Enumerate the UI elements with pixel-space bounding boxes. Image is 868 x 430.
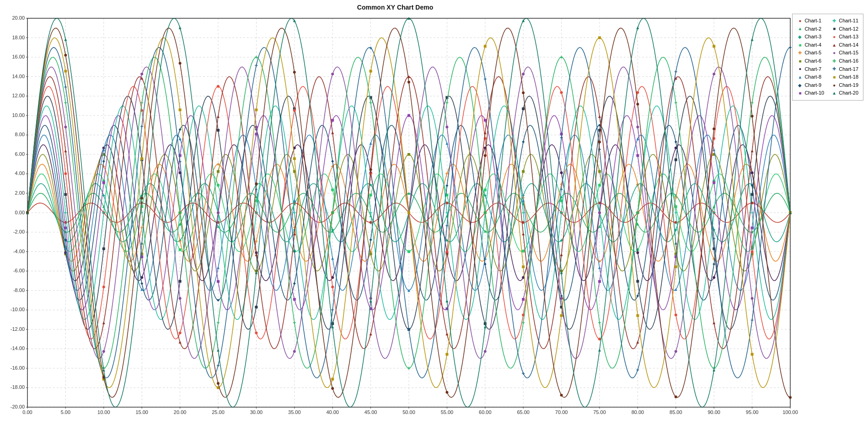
legend-item: ◆Chart-9: [797, 81, 824, 90]
legend-label: Chart-7: [804, 65, 821, 74]
legend-grid: ●Chart-1▲Chart-2◆Chart-3■Chart-4✚Chart-5…: [797, 17, 858, 97]
legend-marker: ▲: [797, 74, 803, 80]
chart-container: ●Chart-1▲Chart-2◆Chart-3■Chart-4✚Chart-5…: [0, 0, 868, 430]
legend-label: Chart-19: [839, 81, 858, 90]
legend-item: ✚Chart-11: [831, 17, 858, 25]
legend-label: Chart-6: [804, 57, 821, 65]
legend-marker: ●: [831, 34, 837, 40]
legend-marker: ●: [831, 50, 837, 56]
legend-item: ●Chart-7: [797, 65, 824, 74]
legend-marker: ■: [797, 58, 803, 64]
legend-label: Chart-5: [804, 49, 821, 57]
legend-item: ■Chart-6: [797, 57, 824, 65]
legend-marker: ✚: [831, 58, 837, 64]
legend-label: Chart-16: [839, 57, 858, 65]
legend-item: ▲Chart-2: [797, 25, 824, 33]
legend-label: Chart-8: [804, 73, 821, 81]
legend-item: ✚Chart-5: [797, 49, 824, 57]
legend-marker: ▲: [797, 26, 803, 32]
legend-label: Chart-9: [804, 81, 821, 90]
legend-label: Chart-13: [839, 33, 858, 41]
legend-col2: ✚Chart-11■Chart-12●Chart-13▲Chart-14●Cha…: [831, 17, 858, 97]
legend-item: ✚Chart-16: [831, 57, 858, 65]
legend-marker: ✚: [831, 66, 837, 72]
legend-marker: ▲: [831, 90, 837, 96]
legend-marker: ■: [797, 90, 803, 96]
legend-item: ■Chart-18: [831, 73, 858, 81]
legend-marker: ▲: [831, 42, 837, 48]
legend-marker: ◆: [797, 34, 803, 40]
legend-item: ■Chart-4: [797, 41, 824, 49]
legend-label: Chart-4: [804, 41, 821, 49]
legend-marker: ■: [797, 42, 803, 48]
legend-label: Chart-10: [804, 89, 824, 97]
legend-marker: ●: [797, 66, 803, 72]
chart-legend: ●Chart-1▲Chart-2◆Chart-3■Chart-4✚Chart-5…: [792, 14, 863, 101]
legend-item: ■Chart-10: [797, 89, 824, 97]
legend-marker: ●: [797, 18, 803, 24]
legend-item: ■Chart-12: [831, 25, 858, 33]
legend-item: ●Chart-19: [831, 81, 858, 90]
legend-item: ◆Chart-3: [797, 33, 824, 41]
legend-label: Chart-15: [839, 49, 858, 57]
legend-marker: ✚: [831, 18, 837, 24]
legend-marker: ●: [831, 83, 837, 88]
legend-marker: ■: [831, 74, 837, 80]
legend-item: ▲Chart-14: [831, 41, 858, 49]
legend-label: Chart-2: [804, 25, 821, 33]
legend-marker: ✚: [797, 50, 803, 56]
legend-label: Chart-11: [839, 17, 858, 25]
legend-label: Chart-20: [839, 89, 858, 97]
legend-label: Chart-1: [804, 17, 821, 25]
legend-label: Chart-3: [804, 33, 821, 41]
legend-item: ▲Chart-8: [797, 73, 824, 81]
legend-marker: ■: [831, 26, 837, 32]
legend-marker: ◆: [797, 83, 803, 88]
legend-item: ●Chart-13: [831, 33, 858, 41]
legend-item: ●Chart-15: [831, 49, 858, 57]
legend-label: Chart-14: [839, 41, 858, 49]
legend-label: Chart-17: [839, 65, 858, 74]
legend-item: ●Chart-1: [797, 17, 824, 25]
legend-item: ✚Chart-17: [831, 65, 858, 74]
legend-item: ▲Chart-20: [831, 89, 858, 97]
legend-col1: ●Chart-1▲Chart-2◆Chart-3■Chart-4✚Chart-5…: [797, 17, 824, 97]
legend-label: Chart-18: [839, 73, 858, 81]
legend-label: Chart-12: [839, 25, 858, 33]
